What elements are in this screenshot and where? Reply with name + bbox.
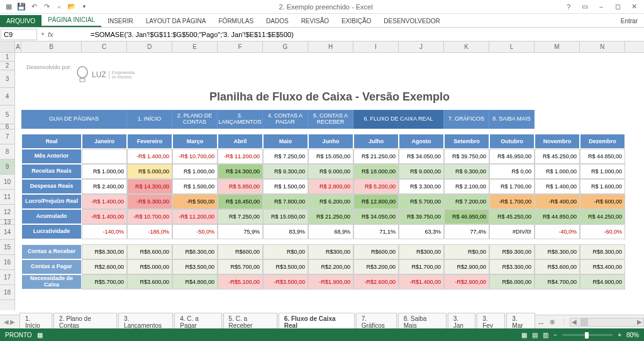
tab-view[interactable]: EXIBIÇÃO: [335, 15, 377, 27]
data-cell[interactable]: -60,0%: [580, 224, 625, 239]
formula-input[interactable]: [88, 30, 644, 40]
zoom-level[interactable]: 80%: [626, 332, 639, 338]
redo-icon[interactable]: ↷: [42, 2, 52, 12]
data-cell[interactable]: R$ 7.800,00: [263, 194, 308, 209]
data-cell[interactable]: R$9.300,00: [489, 244, 535, 259]
data-cell[interactable]: -R$ 500,00: [172, 194, 218, 209]
row-header[interactable]: 14: [0, 225, 14, 240]
data-cell[interactable]: R$600,00: [218, 244, 263, 259]
col-header[interactable]: D: [127, 41, 172, 52]
data-cell[interactable]: -R$ 1.400,00: [127, 149, 172, 164]
data-cell[interactable]: R$ 45.250,00: [489, 209, 535, 224]
data-cell[interactable]: R$1.700,00: [399, 259, 444, 274]
row-header[interactable]: 8: [0, 144, 14, 160]
data-cell[interactable]: R$ 1.400,00: [535, 179, 580, 194]
data-cell[interactable]: R$ 1.000,00: [172, 164, 218, 179]
dropdown-icon[interactable]: ▼: [79, 2, 89, 12]
data-cell[interactable]: R$ 39.750,00: [444, 149, 489, 164]
minimize-icon[interactable]: −: [594, 1, 609, 13]
save-icon[interactable]: 💾: [16, 2, 26, 12]
row-header[interactable]: 9: [0, 160, 14, 175]
data-cell[interactable]: 75,9%: [218, 224, 263, 239]
data-cell[interactable]: R$ 9.300,00: [444, 164, 489, 179]
data-cell[interactable]: R$ 21.250,00: [353, 149, 399, 164]
data-cell[interactable]: R$0,00: [263, 244, 308, 259]
data-cell[interactable]: R$8.300,00: [535, 244, 580, 259]
scroll-left-icon[interactable]: ◀: [570, 318, 578, 326]
col-header[interactable]: K: [444, 41, 489, 52]
data-cell[interactable]: 63,3%: [399, 224, 444, 239]
data-cell[interactable]: R$ 1.600,00: [580, 179, 625, 194]
data-cell[interactable]: R$5.700,00: [218, 259, 263, 274]
col-header[interactable]: B: [21, 41, 82, 52]
data-cell[interactable]: R$ 2.100,00: [444, 179, 489, 194]
tab-file[interactable]: ARQUIVO: [0, 15, 42, 27]
data-cell[interactable]: R$ 0,00: [489, 164, 535, 179]
data-cell[interactable]: -140,0%: [82, 224, 127, 239]
data-cell[interactable]: -50,0%: [172, 224, 218, 239]
row-header[interactable]: 2: [0, 62, 14, 70]
undo-icon[interactable]: ↶: [29, 2, 39, 12]
data-cell[interactable]: [82, 149, 127, 164]
data-cell[interactable]: R$ 1.500,00: [172, 179, 218, 194]
data-cell[interactable]: R$ 1.700,00: [489, 179, 535, 194]
data-cell[interactable]: R$ 9.300,00: [263, 164, 308, 179]
data-cell[interactable]: -40,0%: [535, 224, 580, 239]
data-cell[interactable]: -R$ 11.200,00: [172, 209, 218, 224]
zoom-in-icon[interactable]: +: [618, 332, 621, 338]
data-cell[interactable]: R$8.300,00: [580, 244, 625, 259]
data-cell[interactable]: -R$ 11.200,00: [218, 149, 263, 164]
data-cell[interactable]: R$ 2.800,00: [308, 179, 353, 194]
data-cell[interactable]: 71,1%: [353, 224, 399, 239]
col-header[interactable]: G: [263, 41, 308, 52]
data-cell[interactable]: R$3.600,00: [535, 259, 580, 274]
col-header[interactable]: H: [308, 41, 353, 52]
data-cell[interactable]: R$5.000,00: [127, 259, 172, 274]
tab-next-icon[interactable]: ▶: [10, 318, 15, 325]
row-header[interactable]: 7: [0, 129, 14, 144]
data-cell[interactable]: R$4.700,00: [535, 274, 580, 290]
data-cell[interactable]: R$3.200,00: [353, 259, 399, 274]
data-cell[interactable]: -R$ 600,00: [580, 194, 625, 209]
data-cell[interactable]: R$ 6.200,00: [308, 194, 353, 209]
data-cell[interactable]: R$ 44.850,00: [535, 209, 580, 224]
nav-button[interactable]: 3. LANÇAMENTOS: [218, 110, 263, 129]
nav-button[interactable]: 7. GRÁFICOS: [444, 110, 489, 129]
data-cell[interactable]: -R$ 1.700,00: [489, 194, 535, 209]
col-header[interactable]: J: [399, 41, 444, 52]
data-cell[interactable]: R$4.900,00: [580, 274, 625, 290]
data-cell[interactable]: R$ 5.200,00: [353, 179, 399, 194]
scroll-right-icon[interactable]: ▶: [636, 318, 643, 326]
col-header[interactable]: A: [15, 41, 21, 52]
nav-button[interactable]: 8. SAIBA MAIS: [489, 110, 535, 129]
data-cell[interactable]: 83,9%: [263, 224, 308, 239]
tab-scroll-icon[interactable]: ⋮: [558, 318, 570, 325]
row-header[interactable]: 3: [0, 70, 14, 88]
row-header[interactable]: 12: [0, 205, 14, 220]
view-break-icon[interactable]: ▥: [543, 332, 548, 338]
data-cell[interactable]: R$ 46.950,00: [489, 149, 535, 164]
data-cell[interactable]: R$ 34.050,00: [399, 149, 444, 164]
data-cell[interactable]: R$600,00: [353, 244, 399, 259]
tab-review[interactable]: REVISÃO: [295, 15, 335, 27]
data-cell[interactable]: R$4.800,00: [172, 274, 218, 290]
data-cell[interactable]: R$ 9.000,00: [308, 164, 353, 179]
data-cell[interactable]: R$ 1.000,00: [535, 164, 580, 179]
data-cell[interactable]: R$3.500,00: [263, 259, 308, 274]
open-icon[interactable]: 📂: [67, 2, 77, 12]
tab-developer[interactable]: DESENVOLVEDOR: [377, 15, 446, 27]
row-header[interactable]: 13: [0, 220, 14, 225]
add-sheet-icon[interactable]: ⊕: [546, 317, 558, 327]
data-cell[interactable]: -R$1.400,00: [399, 274, 444, 290]
data-cell[interactable]: R$ 7.250,00: [218, 209, 263, 224]
data-cell[interactable]: -R$2.600,00: [353, 274, 399, 290]
data-cell[interactable]: R$ 5.700,00: [399, 194, 444, 209]
nav-button[interactable]: 5. CONTAS A RECEBER: [308, 110, 353, 129]
tab-home[interactable]: PÁGINA INICIAL: [42, 14, 101, 27]
row-header[interactable]: 16: [0, 255, 14, 270]
view-normal-icon[interactable]: ▦: [521, 332, 527, 338]
data-cell[interactable]: R$ 44.850,00: [580, 149, 625, 164]
data-cell[interactable]: R$8.300,00: [82, 244, 127, 259]
data-cell[interactable]: -R$5.100,00: [218, 274, 263, 290]
row-header[interactable]: 1: [0, 53, 14, 62]
